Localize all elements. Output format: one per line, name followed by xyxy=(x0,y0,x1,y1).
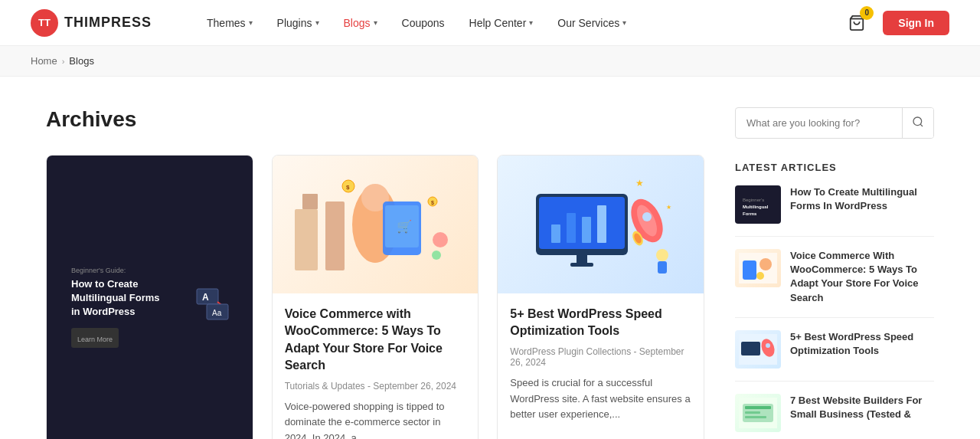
card-body-voice: Voice Commerce with WooCommerce: 5 Ways … xyxy=(273,293,479,439)
svg-rect-53 xyxy=(745,416,766,418)
svg-rect-24 xyxy=(597,205,606,243)
search-input[interactable] xyxy=(736,110,902,136)
card-label: Beginner's Guide: xyxy=(71,267,228,274)
chevron-down-icon: ▾ xyxy=(374,18,377,27)
latest-articles-heading: LATEST ARTICLES xyxy=(735,162,934,173)
cart-button[interactable]: 0 xyxy=(843,9,871,37)
thumb-illustration xyxy=(739,334,777,365)
nav-our-services[interactable]: Our Services ▾ xyxy=(548,11,635,35)
svg-point-44 xyxy=(756,272,764,280)
svg-rect-5 xyxy=(295,209,318,270)
main-content: Archives Beginner's Guide: How to Create… xyxy=(31,77,949,439)
nav-themes[interactable]: Themes ▾ xyxy=(198,11,262,35)
nav-coupons[interactable]: Coupons xyxy=(393,11,454,35)
breadcrumb-home[interactable]: Home xyxy=(31,55,57,67)
svg-point-17 xyxy=(433,232,448,247)
brand-name: THIMPRESS xyxy=(64,15,152,31)
speed-illustration: ★ ★ xyxy=(513,163,689,286)
signin-button[interactable]: Sign In xyxy=(883,11,949,35)
svg-rect-23 xyxy=(582,217,591,243)
cta-label: Learn More xyxy=(71,328,119,348)
article-thumb: Beginner's Multilingual Forms xyxy=(735,185,781,224)
svg-text:$: $ xyxy=(431,200,434,206)
header-right: 0 Sign In xyxy=(843,9,949,37)
svg-rect-51 xyxy=(745,406,771,409)
svg-rect-7 xyxy=(325,201,345,270)
svg-point-34 xyxy=(656,249,668,261)
svg-rect-25 xyxy=(577,255,587,263)
svg-rect-52 xyxy=(745,411,760,414)
svg-rect-21 xyxy=(551,224,560,243)
card-meta: Tutorials & Updates - September 26, 2024 xyxy=(285,381,466,391)
card-image-multilingual: Beginner's Guide: How to CreateMultiling… xyxy=(47,156,253,439)
article-thumb xyxy=(735,330,781,369)
svg-text:★: ★ xyxy=(666,204,671,211)
article-info: 7 Best Website Builders For Small Busine… xyxy=(790,394,934,432)
card-speed[interactable]: ★ ★ 5+ Best WordPress Speed Optimization… xyxy=(497,155,704,439)
logo[interactable]: TT THIMPRESS xyxy=(31,9,152,37)
card-image-voice: 🛒 $ $ xyxy=(273,156,479,293)
search-box xyxy=(735,107,934,139)
article-thumb xyxy=(735,394,781,432)
card-image-speed: ★ ★ xyxy=(498,156,704,293)
content-area: Archives Beginner's Guide: How to Create… xyxy=(46,107,704,439)
svg-rect-42 xyxy=(743,260,756,280)
svg-text:Aa: Aa xyxy=(212,309,222,317)
sidebar: LATEST ARTICLES Beginner's Multilingual … xyxy=(735,107,934,439)
svg-point-48 xyxy=(766,343,770,348)
svg-text:$: $ xyxy=(346,184,350,191)
svg-text:A: A xyxy=(202,292,209,303)
breadcrumb-current: Blogs xyxy=(69,55,94,67)
article-thumb xyxy=(735,249,781,287)
main-nav: Themes ▾ Plugins ▾ Blogs ▾ Coupons Help … xyxy=(198,11,843,35)
header: TT THIMPRESS Themes ▾ Plugins ▾ Blogs ▾ … xyxy=(0,0,980,46)
article-title: How To Create Multilingual Forms In Word… xyxy=(790,185,934,213)
article-info: 5+ Best WordPress Speed Optimization Too… xyxy=(790,330,934,369)
card-body-speed: 5+ Best WordPress Speed Optimization Too… xyxy=(498,293,704,435)
article-title: Voice Commerce With WooCommerce: 5 Ways … xyxy=(790,249,934,305)
svg-point-29 xyxy=(642,212,652,221)
card-title: Voice Commerce with WooCommerce: 5 Ways … xyxy=(285,306,466,375)
nav-plugins[interactable]: Plugins ▾ xyxy=(268,11,328,35)
translate-icon: A Aa xyxy=(193,285,231,329)
chevron-down-icon: ▾ xyxy=(315,18,319,27)
thumb-illustration xyxy=(739,398,777,428)
sidebar-article-voice[interactable]: Voice Commerce With WooCommerce: 5 Ways … xyxy=(735,249,934,318)
chevron-down-icon: ▾ xyxy=(249,18,253,27)
thumb-illustration: Beginner's Multilingual Forms xyxy=(739,189,777,220)
page-title: Archives xyxy=(46,107,704,132)
svg-rect-26 xyxy=(570,263,593,267)
search-button[interactable] xyxy=(902,108,933,138)
card-meta: WordPress Plugin Collections - September… xyxy=(510,346,691,368)
card-excerpt: Speed is crucial for a successful WordPr… xyxy=(510,375,691,423)
search-icon xyxy=(912,116,924,128)
card-voice[interactable]: 🛒 $ $ Voice Commerce with WooCommerce: 5… xyxy=(272,155,479,439)
svg-point-18 xyxy=(432,251,441,260)
svg-rect-6 xyxy=(302,194,318,209)
nav-help-center[interactable]: Help Center ▾ xyxy=(460,11,543,35)
cart-badge: 0 xyxy=(860,6,874,20)
article-title: 7 Best Website Builders For Small Busine… xyxy=(790,394,934,421)
svg-text:Forms: Forms xyxy=(743,211,757,216)
svg-point-36 xyxy=(913,117,922,126)
nav-blogs[interactable]: Blogs ▾ xyxy=(335,11,387,35)
sidebar-article-speed[interactable]: 5+ Best WordPress Speed Optimization Too… xyxy=(735,330,934,382)
svg-text:🛒: 🛒 xyxy=(397,219,412,234)
sidebar-article-builder[interactable]: 7 Best Website Builders For Small Busine… xyxy=(735,394,934,439)
chevron-down-icon: ▾ xyxy=(529,18,533,27)
sidebar-article-multilingual[interactable]: Beginner's Multilingual Forms How To Cre… xyxy=(735,185,934,237)
breadcrumb-separator: › xyxy=(62,57,65,66)
article-title: 5+ Best WordPress Speed Optimization Too… xyxy=(790,330,934,358)
svg-text:Multilingual: Multilingual xyxy=(743,205,769,209)
svg-point-43 xyxy=(760,258,772,270)
chevron-down-icon: ▾ xyxy=(622,18,626,27)
breadcrumb: Home › Blogs xyxy=(0,46,980,77)
cards-grid: Beginner's Guide: How to CreateMultiling… xyxy=(46,155,704,439)
article-info: How To Create Multilingual Forms In Word… xyxy=(790,185,934,224)
svg-rect-22 xyxy=(567,213,576,243)
thumb-illustration xyxy=(739,253,777,283)
voice-illustration: 🛒 $ $ xyxy=(287,163,463,286)
logo-icon: TT xyxy=(31,9,58,37)
card-multilingual[interactable]: Beginner's Guide: How to CreateMultiling… xyxy=(46,155,253,439)
article-info: Voice Commerce With WooCommerce: 5 Ways … xyxy=(790,249,934,305)
